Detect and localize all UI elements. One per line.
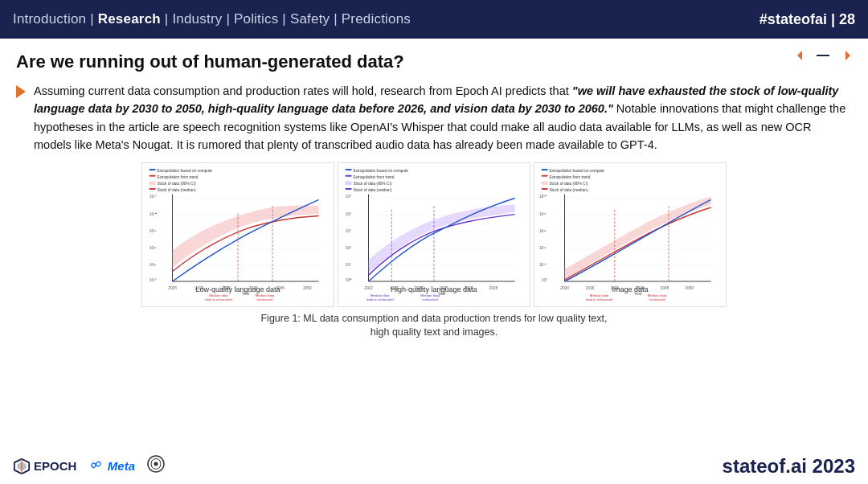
chart-image: Extrapolation based on compute Extrapola… (534, 162, 727, 307)
svg-rect-71 (542, 169, 548, 170)
nav-predictions[interactable]: Predictions (342, 11, 411, 27)
nav-arrows (789, 45, 858, 66)
svg-text:10¹¹: 10¹¹ (149, 263, 157, 267)
chart-high-quality: Extrapolation based on compute Extrapola… (338, 162, 530, 307)
main-content: Are we running out of human-generated da… (0, 39, 868, 484)
chart1-svg: Extrapolation based on compute Extrapola… (145, 166, 330, 303)
next-arrow-line[interactable] (813, 45, 834, 66)
svg-text:10¹²: 10¹² (149, 246, 157, 250)
svg-text:Extrapolation based on compute: Extrapolation based on compute (549, 169, 604, 173)
svg-text:10⁶: 10⁶ (346, 246, 351, 250)
svg-text:Extrapolation from trend: Extrapolation from trend (549, 174, 590, 178)
openai-logo (146, 454, 166, 478)
svg-rect-41 (346, 181, 352, 185)
page-title: Are we running out of human-generated da… (16, 51, 852, 72)
content-text: Assuming current data consumption and pr… (34, 82, 852, 154)
footer-logos: EPOCH Meta (13, 454, 166, 478)
svg-text:exhausted: exhausted (649, 297, 665, 301)
svg-text:Stock of data (median): Stock of data (median) (549, 188, 588, 192)
svg-rect-75 (542, 181, 548, 185)
header-right: #stateofai | 28 (760, 11, 855, 28)
figure-caption-line1: Figure 1: ML data consumption and data p… (260, 312, 607, 326)
svg-rect-7 (149, 181, 156, 185)
meta-label: Meta (108, 459, 135, 473)
chart2-svg: Extrapolation based on compute Extrapola… (342, 166, 526, 303)
svg-marker-0 (797, 51, 802, 60)
svg-text:Extrapolation from trend: Extrapolation from trend (353, 174, 394, 178)
stateof-brand: stateof.ai 2023 (723, 455, 855, 478)
svg-text:10¹⁵: 10¹⁵ (149, 195, 157, 199)
svg-text:exhausted: exhausted (422, 297, 438, 301)
svg-text:10⁵: 10⁵ (346, 263, 351, 267)
svg-rect-37 (346, 169, 352, 170)
prev-arrow[interactable] (789, 45, 810, 66)
charts-area: Extrapolation based on compute Extrapola… (16, 162, 852, 340)
svg-rect-77 (542, 188, 548, 190)
next-arrow[interactable] (837, 45, 858, 66)
chart3-title: Image data (534, 285, 726, 293)
figure-caption-line2: high quality text and images. (260, 326, 607, 340)
svg-text:10¹¹: 10¹¹ (539, 246, 547, 250)
svg-text:10¹³: 10¹³ (149, 229, 157, 233)
svg-text:Stock of data (90% CI): Stock of data (90% CI) (549, 182, 588, 186)
meta-logo: Meta (88, 459, 135, 474)
svg-rect-3 (149, 169, 156, 170)
hashtag: #stateofai (760, 11, 827, 27)
chart1-title: Low-quality language data (142, 285, 334, 293)
svg-text:10¹³: 10¹³ (539, 211, 547, 215)
footer: EPOCH Meta stateof.ai 2023 (13, 454, 855, 478)
svg-text:Extrapolation based on compute: Extrapolation based on compute (353, 169, 408, 173)
charts-row: Extrapolation based on compute Extrapola… (141, 162, 727, 307)
svg-rect-73 (542, 175, 548, 177)
nav-industry[interactable]: Industry (172, 11, 222, 27)
svg-text:10¹⁴: 10¹⁴ (149, 211, 157, 215)
triangle-marker (16, 85, 26, 98)
body-text-start: Assuming current data consumption and pr… (34, 84, 572, 97)
svg-rect-39 (346, 175, 352, 177)
svg-text:data is exhausted: data is exhausted (366, 297, 394, 301)
svg-text:data is exhausted: data is exhausted (586, 297, 613, 301)
header: Introduction | Research | Industry | Pol… (0, 0, 868, 39)
svg-text:Stock of data (median): Stock of data (median) (157, 188, 196, 192)
svg-text:10⁴: 10⁴ (346, 278, 351, 282)
svg-text:10¹²: 10¹² (539, 229, 547, 233)
svg-rect-5 (149, 175, 156, 177)
content-block: Assuming current data consumption and pr… (16, 82, 852, 154)
svg-text:exhausted: exhausted (257, 297, 273, 301)
svg-text:10⁷: 10⁷ (346, 229, 351, 233)
header-nav: Introduction | Research | Industry | Pol… (13, 11, 411, 27)
svg-text:Stock of data (90% CI): Stock of data (90% CI) (353, 182, 392, 186)
nav-politics[interactable]: Politics (234, 11, 278, 27)
page-number: 28 (839, 11, 855, 27)
chart-low-quality: Extrapolation based on compute Extrapola… (141, 162, 334, 307)
svg-text:data is exhausted: data is exhausted (205, 297, 232, 301)
svg-text:Extrapolation from trend: Extrapolation from trend (157, 174, 198, 178)
nav-research[interactable]: Research (98, 11, 161, 27)
svg-rect-43 (346, 188, 352, 190)
svg-text:Stock of data (90% CI): Stock of data (90% CI) (157, 182, 196, 186)
svg-text:10⁹: 10⁹ (542, 278, 547, 282)
chart3-svg: Extrapolation based on compute Extrapola… (538, 166, 723, 303)
svg-text:10¹⁴: 10¹⁴ (539, 195, 547, 199)
epoch-logo: EPOCH (13, 457, 76, 475)
svg-rect-9 (149, 188, 156, 190)
epoch-label: EPOCH (34, 459, 76, 473)
svg-text:10⁸: 10⁸ (346, 211, 351, 215)
svg-text:10¹⁰: 10¹⁰ (149, 278, 157, 282)
svg-text:10⁹: 10⁹ (346, 195, 351, 199)
svg-point-109 (154, 462, 158, 466)
meta-infinity-icon (88, 461, 104, 470)
svg-text:10¹⁰: 10¹⁰ (539, 263, 547, 267)
chart2-title: High-quality language data (338, 285, 530, 293)
epoch-icon (13, 457, 31, 475)
svg-text:Extrapolation based on compute: Extrapolation based on compute (157, 169, 212, 173)
svg-text:Stock of data (median): Stock of data (median) (353, 188, 392, 192)
openai-icon (146, 454, 166, 474)
svg-marker-2 (845, 51, 850, 60)
nav-safety[interactable]: Safety (290, 11, 330, 27)
figure-caption: Figure 1: ML data consumption and data p… (260, 312, 607, 340)
nav-introduction[interactable]: Introduction (13, 11, 86, 27)
